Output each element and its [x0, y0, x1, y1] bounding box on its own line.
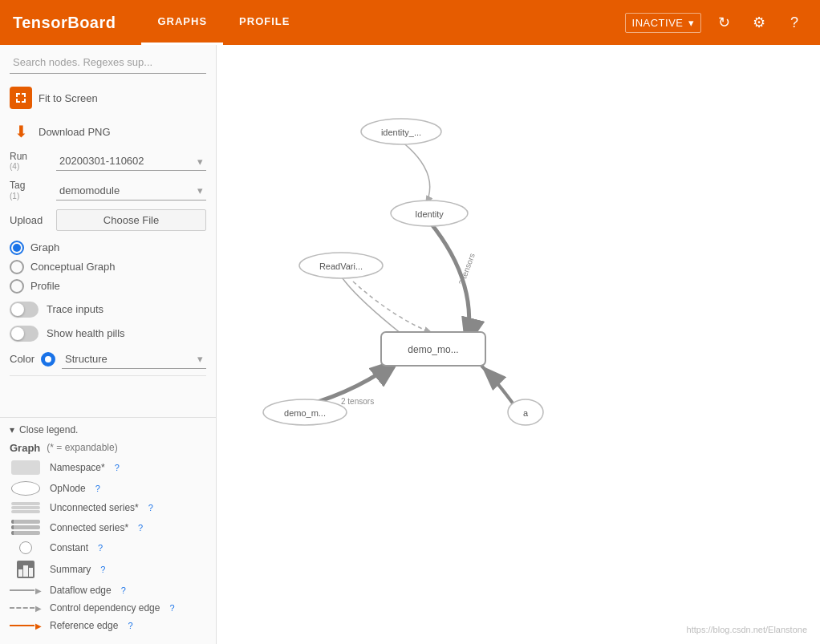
search-input[interactable] — [10, 51, 206, 74]
legend-constant-label: Constant — [50, 542, 88, 553]
radio-profile[interactable]: Profile — [10, 279, 206, 294]
legend-dataflow-label: Dataflow edge — [50, 585, 112, 596]
choose-file-button[interactable]: Choose File — [56, 209, 206, 231]
radio-conceptual[interactable]: Conceptual Graph — [10, 260, 206, 274]
fit-to-screen-icon — [10, 87, 32, 109]
legend-opnode-icon — [10, 481, 42, 496]
svg-text:demo_m...: demo_m... — [284, 408, 326, 418]
legend-chevron-icon: ▾ — [10, 424, 14, 435]
legend-dataflow: ▶ Dataflow edge ? — [10, 585, 206, 596]
main-layout: Fit to Screen ⬇ Download PNG Run (4) 202… — [0, 45, 820, 644]
legend-namespace-help[interactable]: ? — [115, 463, 120, 472]
legend-subtitle: (* = expandable) — [47, 442, 117, 454]
legend-connected-help[interactable]: ? — [138, 523, 143, 533]
trace-inputs-toggle[interactable] — [10, 302, 39, 318]
tag-label: Tag (1) — [10, 180, 50, 200]
color-select[interactable]: Structure — [62, 350, 206, 369]
status-arrow: ▾ — [688, 17, 695, 29]
show-health-pills-label: Show health pills — [47, 327, 125, 339]
legend-connected-label: Connected series* — [50, 522, 128, 533]
svg-text:Identity: Identity — [415, 209, 444, 219]
download-png-label: Download PNG — [39, 126, 111, 138]
legend-constant-help[interactable]: ? — [98, 543, 103, 553]
legend-reference-label: Reference edge — [50, 620, 118, 631]
legend-dataflow-help[interactable]: ? — [121, 585, 126, 595]
legend-summary-help[interactable]: ? — [100, 565, 105, 574]
legend-reference-icon: ▶ — [10, 621, 42, 630]
sidebar: Fit to Screen ⬇ Download PNG Run (4) 202… — [0, 45, 217, 644]
legend-connected-icon — [10, 520, 42, 535]
legend-summary: Summary ? — [10, 561, 206, 578]
download-png-button[interactable]: ⬇ Download PNG — [10, 117, 206, 146]
legend-toggle[interactable]: ▾ Close legend. — [10, 424, 206, 435]
legend-namespace-icon — [10, 460, 42, 475]
legend-graph-title: Graph — [10, 442, 40, 454]
svg-text:2 tensors: 2 tensors — [341, 397, 374, 406]
refresh-icon: ↻ — [718, 14, 730, 31]
color-dot — [41, 352, 55, 367]
run-select[interactable]: 20200301-110602 — [56, 152, 206, 171]
tab-graphs[interactable]: GRAPHS — [141, 0, 223, 45]
tag-select-wrapper: demomodule — [56, 181, 206, 200]
legend-control-icon: ▶ — [10, 603, 42, 613]
radio-profile-circle — [10, 279, 24, 294]
settings-icon: ⚙ — [753, 14, 765, 31]
legend-connected: Connected series* ? — [10, 520, 206, 535]
svg-rect-1 — [16, 93, 18, 97]
legend-control-help[interactable]: ? — [169, 603, 174, 613]
legend-content: Graph (* = expandable) Namespace* ? — [10, 442, 206, 631]
legend-opnode-label: OpNode — [50, 483, 86, 494]
fit-to-screen-label: Fit to Screen — [39, 92, 98, 104]
radio-conceptual-label: Conceptual Graph — [30, 261, 116, 273]
tag-select[interactable]: demomodule — [56, 181, 206, 200]
svg-text:identity_...: identity_... — [381, 128, 421, 137]
download-icon: ⬇ — [10, 120, 32, 143]
radio-profile-label: Profile — [30, 280, 60, 292]
navbar: TensorBoard GRAPHS PROFILE INACTIVE ▾ ↻ … — [0, 0, 820, 45]
trace-inputs-row: Trace inputs — [10, 302, 206, 318]
radio-graph[interactable]: Graph — [10, 241, 206, 255]
legend-reference-help[interactable]: ? — [128, 621, 132, 630]
legend-opnode-help[interactable]: ? — [95, 484, 100, 493]
legend-summary-label: Summary — [50, 564, 91, 575]
legend-constant-icon — [10, 541, 42, 554]
svg-text:demo_mo...: demo_mo... — [408, 344, 458, 355]
run-label: Run (4) — [10, 151, 50, 172]
legend-reference: ▶ Reference edge ? — [10, 620, 206, 631]
legend-namespace-label: Namespace* — [50, 462, 105, 473]
help-icon: ? — [790, 14, 798, 31]
status-dropdown[interactable]: INACTIVE ▾ — [625, 13, 701, 33]
show-health-pills-toggle[interactable] — [10, 326, 39, 342]
graph-area[interactable]: 3 tensors 2 tensors identity_... Identit… — [217, 45, 820, 644]
refresh-button[interactable]: ↻ — [711, 10, 737, 35]
radio-graph-label: Graph — [30, 241, 59, 253]
trace-inputs-label: Trace inputs — [47, 303, 104, 315]
color-select-wrapper: Structure — [62, 350, 206, 369]
settings-button[interactable]: ⚙ — [746, 10, 772, 35]
svg-text:a: a — [523, 408, 529, 418]
radio-graph-circle — [10, 241, 24, 255]
fit-to-screen-button[interactable]: Fit to Screen — [10, 83, 206, 112]
legend-control-label: Control dependency edge — [50, 602, 160, 614]
tab-profile[interactable]: PROFILE — [223, 0, 306, 45]
show-health-pills-row: Show health pills — [10, 326, 206, 342]
run-row: Run (4) 20200301-110602 — [10, 151, 206, 172]
legend-summary-icon — [10, 561, 42, 578]
tag-row: Tag (1) demomodule — [10, 180, 206, 200]
color-label: Color — [10, 353, 35, 365]
legend-section: ▾ Close legend. Graph (* = expandable) N… — [0, 417, 216, 644]
status-label: INACTIVE — [632, 17, 684, 29]
upload-row: Upload Choose File — [10, 209, 206, 231]
legend-unconnected-help[interactable]: ? — [148, 503, 153, 512]
legend-unconnected: Unconnected series* ? — [10, 502, 206, 513]
legend-header: Graph (* = expandable) — [10, 442, 206, 454]
help-button[interactable]: ? — [781, 10, 807, 35]
graph-svg: 3 tensors 2 tensors identity_... Identit… — [217, 45, 820, 644]
brand-logo: TensorBoard — [13, 14, 116, 32]
svg-rect-7 — [24, 99, 26, 103]
upload-label: Upload — [10, 214, 50, 226]
legend-unconnected-label: Unconnected series* — [50, 502, 139, 513]
svg-rect-3 — [24, 93, 26, 97]
color-row: Color Structure — [10, 350, 206, 376]
legend-unconnected-icon — [10, 502, 42, 513]
